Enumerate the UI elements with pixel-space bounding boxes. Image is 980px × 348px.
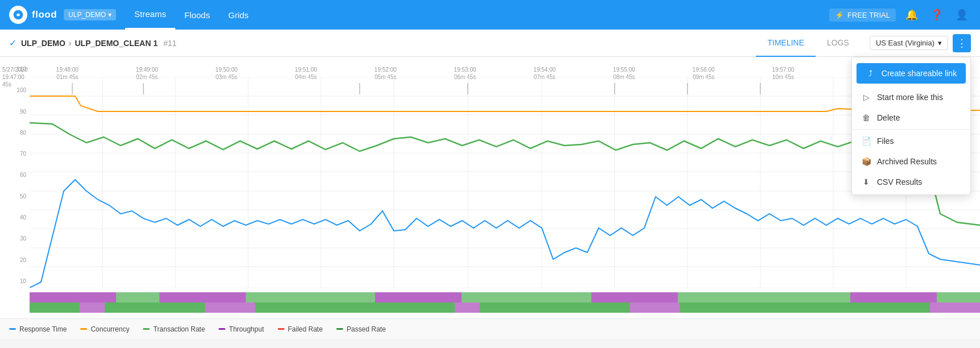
help-button[interactable]: ❓ [928,6,946,24]
y-label-90: 90 [20,109,26,115]
y-axis: 110 100 90 80 70 60 50 40 30 20 10 [0,66,30,284]
nav-streams[interactable]: Streams [125,0,175,30]
legend-throughput: Throughput [219,325,263,333]
legend-response-time: Response Time [9,325,67,333]
dropdown-menu: ⤴ Create shareable link ▷ Start more lik… [851,57,971,195]
lightning-icon: ⚡ [835,11,844,19]
archived-results-button[interactable]: 📦 Archived Results [852,151,970,172]
y-label-60: 60 [20,172,26,178]
legend-concurrency: Concurrency [80,325,129,333]
more-options-button[interactable]: ⋮ [953,34,971,52]
notifications-button[interactable]: 🔔 [903,6,921,24]
trash-icon: 🗑 [861,113,871,122]
chart-svg [30,77,980,288]
legend-dot-response-time [9,328,16,330]
header-right: ⚡ FREE TRIAL 🔔 ❓ 👤 [829,6,971,24]
legend-passed-rate: Passed Rate [336,325,386,333]
nav-floods[interactable]: Floods [175,0,219,30]
breadcrumb-parent[interactable]: ULP_DEMO [21,39,65,48]
y-label-40: 40 [20,214,26,221]
color-band [30,292,980,303]
region-label: US East (Virginia) [876,39,934,47]
y-label-30: 30 [20,235,26,242]
user-button[interactable]: 👤 [953,6,971,24]
y-label-50: 50 [20,193,26,200]
legend-dot-concurrency [80,328,87,330]
y-label-10: 10 [20,278,26,284]
share-icon: ⤴ [866,69,876,78]
legend-dot-passed-rate [336,328,343,330]
demo-selector[interactable]: ULP_DEMO ▾ [64,9,116,20]
start-more-like-this-button[interactable]: ▷ Start more like this [852,87,970,107]
region-selector[interactable]: US East (Virginia) ▾ [870,36,948,50]
tab-area: TIMELINE LOGS [756,30,860,57]
sub-header: ✓ ULP_DEMO › ULP_DEMO_CLEAN 1 #11 TIMELI… [0,30,980,57]
archive-icon: 📦 [861,157,871,166]
play-icon: ▷ [861,93,871,102]
legend-dot-throughput [219,328,225,330]
breadcrumb-separator: › [69,39,72,48]
y-label-70: 70 [20,151,26,157]
nav-grids[interactable]: Grids [219,0,258,30]
legend-failed-rate: Failed Rate [278,325,323,333]
y-label-80: 80 [20,130,26,136]
delete-button[interactable]: 🗑 Delete [852,107,970,128]
tab-logs[interactable]: LOGS [816,30,860,57]
logo-icon [9,6,27,24]
chart-legend: Response Time Concurrency Transaction Ra… [0,318,980,339]
dropdown-divider [852,129,970,130]
csv-results-button[interactable]: ⬇ CSV Results [852,172,970,192]
legend-dot-transaction-rate [143,328,150,330]
chevron-down-icon: ▾ [938,39,942,47]
legend-dot-failed-rate [278,328,285,330]
y-label-20: 20 [20,257,26,263]
tab-timeline[interactable]: TIMELINE [756,30,816,57]
logo-area: flood [9,6,57,24]
brand-name: flood [32,9,57,20]
file-icon: 📄 [861,136,871,146]
free-trial-badge[interactable]: ⚡ FREE TRIAL [829,9,896,22]
breadcrumb-current: ULP_DEMO_CLEAN 1 [75,39,157,48]
main-nav: Streams Floods Grids [125,0,258,30]
color-band-2 [30,303,980,313]
run-number: #11 [163,39,176,48]
download-icon: ⬇ [861,177,871,187]
breadcrumb: ULP_DEMO › ULP_DEMO_CLEAN 1 #11 [21,39,176,48]
create-shareable-link-button[interactable]: ⤴ Create shareable link [857,63,966,84]
files-button[interactable]: 📄 Files [852,131,970,151]
chart-date: 5/27/2020 19:47:00 45s [2,66,28,88]
app-header: flood ULP_DEMO ▾ Streams Floods Grids ⚡ … [0,0,980,30]
chart-container: 110 100 90 80 70 60 50 40 30 20 10 5/27/… [0,57,980,318]
check-icon: ✓ [9,38,17,48]
legend-transaction-rate: Transaction Rate [143,325,205,333]
